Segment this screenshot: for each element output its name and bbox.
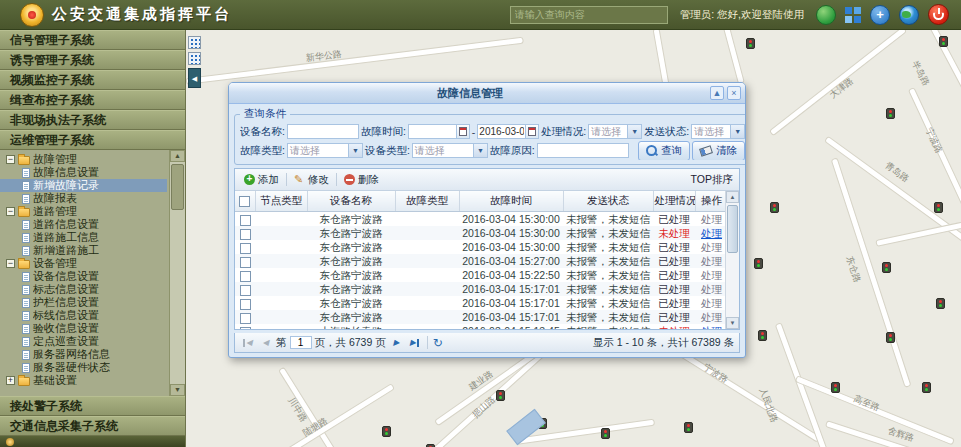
- fault-type-select[interactable]: 请选择 ▼: [287, 143, 363, 158]
- dialog-titlebar[interactable]: 故障信息管理 ▲ ×: [229, 83, 745, 104]
- row-action-link[interactable]: 处理: [701, 227, 722, 239]
- fault-time-to-input[interactable]: [478, 126, 525, 137]
- traffic-signal-icon[interactable]: [936, 298, 945, 309]
- map-grid-tool-icon[interactable]: [188, 52, 201, 65]
- calendar-icon[interactable]: [525, 125, 538, 138]
- handle-status-select[interactable]: 请选择 ▼: [588, 124, 642, 139]
- table-row[interactable]: 东仓路宁波路 2016-03-04 15:17:01 未报警，未发短信 已处理 …: [235, 282, 725, 296]
- row-checkbox[interactable]: [240, 313, 251, 324]
- table-row[interactable]: 东仓路宁波路 2016-03-04 15:27:00 未报警，未发短信 已处理 …: [235, 254, 725, 268]
- collapse-panel-arrow-icon[interactable]: ◀: [188, 68, 201, 88]
- next-page-button[interactable]: ▶: [389, 336, 404, 350]
- tree-item[interactable]: 新增故障记录: [0, 179, 167, 192]
- row-action-link[interactable]: 处理: [701, 297, 722, 309]
- traffic-signal-icon[interactable]: [754, 258, 763, 269]
- table-row[interactable]: 上海路长春路 2016-03-04 15:13:45 未报警，未发短信 未处理 …: [235, 324, 725, 329]
- row-checkbox[interactable]: [240, 229, 251, 240]
- sidebar-subsystem-item[interactable]: 交通信息采集子系统: [0, 416, 185, 436]
- table-row[interactable]: 东仓路宁波路 2016-03-04 15:30:00 未报警，未发短信 已处理 …: [235, 240, 725, 254]
- device-type-select[interactable]: 请选择 ▼: [412, 143, 488, 158]
- row-action-link[interactable]: 处理: [701, 255, 722, 267]
- sidebar-subsystem-item[interactable]: 运维管理子系统: [0, 130, 185, 150]
- row-action-link[interactable]: 处理: [701, 213, 722, 225]
- power-logout-icon[interactable]: [928, 4, 949, 25]
- tree-toggle-icon[interactable]: [6, 259, 15, 268]
- tree-toggle-icon[interactable]: [6, 376, 15, 385]
- sidebar-subsystem-item[interactable]: 缉查布控子系统: [0, 90, 185, 110]
- row-checkbox[interactable]: [240, 257, 251, 268]
- query-button[interactable]: 查询: [638, 141, 690, 160]
- fault-reason-input[interactable]: [537, 143, 629, 158]
- tree-toggle-icon[interactable]: [6, 155, 15, 164]
- table-row[interactable]: 东仓路宁波路 2016-03-04 15:17:01 未报警，未发短信 已处理 …: [235, 296, 725, 310]
- tree-item[interactable]: 基础设置: [0, 374, 167, 387]
- first-page-button[interactable]: ◀: [240, 336, 255, 350]
- traffic-signal-icon[interactable]: [934, 202, 943, 213]
- scroll-up-icon[interactable]: ▲: [170, 150, 185, 162]
- traffic-signal-icon[interactable]: [684, 422, 693, 433]
- tree-scrollbar[interactable]: ▲ ▼: [169, 150, 185, 396]
- delete-record-button[interactable]: 删除: [341, 172, 382, 188]
- clear-button[interactable]: 清除: [692, 141, 745, 160]
- sidebar-subsystem-item[interactable]: 非现场执法子系统: [0, 110, 185, 130]
- sidebar-subsystem-item[interactable]: 接处警子系统: [0, 396, 185, 416]
- table-row[interactable]: 东仓路宁波路 2016-03-04 15:30:00 未报警，未发短信 已处理 …: [235, 212, 725, 227]
- row-checkbox[interactable]: [240, 215, 251, 226]
- sidebar-subsystem-item[interactable]: 信号管理子系统: [0, 30, 185, 50]
- row-action-link[interactable]: 处理: [701, 283, 722, 295]
- table-row[interactable]: 东仓路宁波路 2016-03-04 15:30:00 未报警，未发短信 未处理 …: [235, 226, 725, 240]
- col-fault-time[interactable]: 故障时间: [459, 191, 563, 212]
- traffic-signal-icon[interactable]: [758, 330, 767, 341]
- row-checkbox[interactable]: [240, 327, 251, 329]
- row-action-link[interactable]: 处理: [701, 325, 722, 329]
- fault-time-from-input[interactable]: [409, 126, 456, 137]
- map-grid-tool-icon[interactable]: [188, 36, 201, 49]
- top-sort-button[interactable]: TOP排序: [691, 173, 733, 187]
- earth-icon[interactable]: [899, 5, 919, 25]
- v-scroll-thumb[interactable]: [727, 205, 738, 253]
- row-checkbox[interactable]: [240, 285, 251, 296]
- row-action-link[interactable]: 处理: [701, 311, 722, 323]
- traffic-signal-icon[interactable]: [886, 108, 895, 119]
- header-search-input[interactable]: [510, 6, 668, 24]
- traffic-signal-icon[interactable]: [601, 428, 610, 439]
- tree-item[interactable]: 服务器硬件状态: [0, 361, 167, 374]
- col-device-name[interactable]: 设备名称: [307, 191, 395, 212]
- last-page-button[interactable]: ▶: [407, 336, 422, 350]
- dialog-close-icon[interactable]: ×: [727, 86, 741, 100]
- traffic-signal-icon[interactable]: [939, 36, 948, 47]
- col-handle-status[interactable]: 处理情况: [653, 191, 695, 212]
- traffic-signal-icon[interactable]: [382, 426, 391, 437]
- row-action-link[interactable]: 处理: [701, 269, 722, 281]
- add-record-button[interactable]: 添加: [241, 172, 282, 188]
- scroll-down-icon[interactable]: ▼: [726, 317, 739, 329]
- calendar-icon[interactable]: [456, 125, 469, 138]
- tree-item[interactable]: 故障报表: [0, 192, 167, 205]
- col-node-type[interactable]: 节点类型: [255, 191, 307, 212]
- tree-item[interactable]: 新增道路施工: [0, 244, 167, 257]
- dialog-collapse-icon[interactable]: ▲: [710, 86, 724, 100]
- traffic-signal-icon[interactable]: [496, 390, 505, 401]
- add-icon[interactable]: [870, 5, 890, 25]
- traffic-signal-icon[interactable]: [882, 262, 891, 273]
- traffic-signal-icon[interactable]: [746, 38, 755, 49]
- edit-record-button[interactable]: 修改: [291, 172, 332, 188]
- tree-toggle-icon[interactable]: [6, 207, 15, 216]
- tree-scroll-track[interactable]: [170, 162, 185, 384]
- apps-grid-icon[interactable]: [845, 7, 861, 23]
- send-status-select[interactable]: 请选择 ▼: [691, 124, 745, 139]
- scroll-up-icon[interactable]: ▲: [726, 191, 739, 203]
- traffic-signal-icon[interactable]: [922, 382, 931, 393]
- traffic-signal-icon[interactable]: [770, 202, 779, 213]
- refresh-icon[interactable]: ↻: [433, 337, 443, 349]
- v-scroll-track[interactable]: [726, 203, 739, 317]
- device-name-input[interactable]: [287, 124, 359, 139]
- page-number-input[interactable]: [290, 336, 312, 349]
- map-canvas[interactable]: 新华公路大津路半岛路青岛路宁波路东仓路宁波路人民北路高至路舍辉路挹山路川中路陆塘…: [186, 30, 961, 447]
- tree-scroll-thumb[interactable]: [171, 164, 184, 210]
- row-checkbox[interactable]: [240, 243, 251, 254]
- col-send-status[interactable]: 发送状态: [563, 191, 653, 212]
- row-checkbox[interactable]: [240, 271, 251, 282]
- vertical-scrollbar[interactable]: ▲ ▼: [725, 191, 739, 329]
- select-all-checkbox[interactable]: [239, 196, 250, 207]
